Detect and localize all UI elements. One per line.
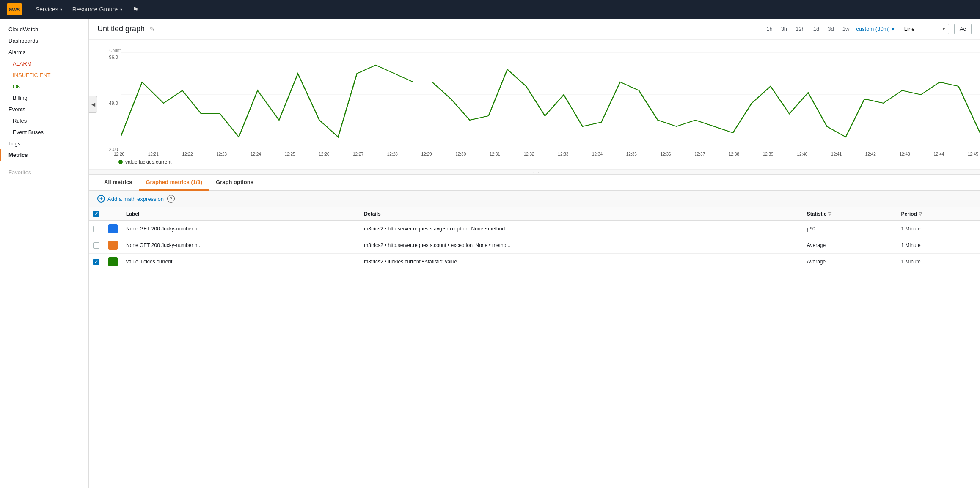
add-math-expression-button[interactable]: + Add a math expression xyxy=(97,195,164,203)
table-row: None GET 200 /lucky-number h...m3trics2 … xyxy=(89,237,980,254)
x-label-24: 12:44 xyxy=(933,152,944,156)
th-details: Details xyxy=(360,207,802,221)
row-label-1: None GET 200 /lucky-number h... xyxy=(122,237,360,254)
time-3d[interactable]: 3d xyxy=(826,25,835,33)
x-label-2: 12:22 xyxy=(182,152,193,156)
tab-all-metrics[interactable]: All metrics xyxy=(97,175,139,191)
sidebar-item-dashboards[interactable]: Dashboards xyxy=(0,35,88,47)
sidebar-item-rules[interactable]: Rules xyxy=(0,115,88,126)
chart-type-wrapper: Line Stacked area Number xyxy=(900,24,949,34)
tab-graph-options[interactable]: Graph options xyxy=(209,175,260,191)
edit-icon[interactable]: ✎ xyxy=(150,26,155,33)
th-period: Period ▽ xyxy=(897,207,980,221)
time-1w[interactable]: 1w xyxy=(841,25,851,33)
x-label-6: 12:26 xyxy=(319,152,329,156)
x-label-19: 12:39 xyxy=(763,152,774,156)
table-area: + Add a math expression ? ✓ Label xyxy=(89,191,980,270)
row-statistic-2: Average xyxy=(803,254,897,270)
row-checkbox-0[interactable] xyxy=(93,226,99,232)
x-label-0: 12:20 xyxy=(114,152,124,156)
x-label-7: 12:27 xyxy=(353,152,363,156)
th-color xyxy=(104,207,122,221)
row-period-0: 1 Minute xyxy=(897,221,980,237)
app-body: CloudWatch Dashboards Alarms ALARM INSUF… xyxy=(0,19,980,488)
time-3h[interactable]: 3h xyxy=(779,25,789,33)
help-icon[interactable]: ? xyxy=(167,195,175,203)
row-color-swatch-2 xyxy=(108,257,118,266)
x-label-14: 12:34 xyxy=(592,152,603,156)
time-1h[interactable]: 1h xyxy=(765,25,774,33)
row-label-0: None GET 200 /lucky-number h... xyxy=(122,221,360,237)
x-label-11: 12:31 xyxy=(490,152,500,156)
y-axis-label: Count xyxy=(109,48,121,53)
time-12h[interactable]: 12h xyxy=(794,25,807,33)
resize-handle[interactable]: · · · xyxy=(89,170,980,175)
sidebar: CloudWatch Dashboards Alarms ALARM INSUF… xyxy=(0,19,89,488)
sidebar-item-ok[interactable]: OK xyxy=(0,81,88,92)
x-label-23: 12:43 xyxy=(900,152,910,156)
legend-color-dot xyxy=(118,160,123,164)
period-sort-icon: ▽ xyxy=(919,211,922,216)
x-label-1: 12:21 xyxy=(148,152,159,156)
x-label-12: 12:32 xyxy=(524,152,534,156)
nav-resource-groups[interactable]: Resource Groups ▾ xyxy=(72,6,123,13)
sidebar-item-event-buses[interactable]: Event Buses xyxy=(0,126,88,138)
x-label-21: 12:41 xyxy=(831,152,842,156)
x-label-15: 12:35 xyxy=(626,152,637,156)
sidebar-favorites: Favorites xyxy=(0,169,88,175)
aws-logo: aws xyxy=(7,3,22,15)
custom-time-dropdown[interactable]: custom (30m) ▾ xyxy=(856,26,894,32)
row-period-2: 1 Minute xyxy=(897,254,980,270)
chart-svg xyxy=(121,48,980,145)
sidebar-item-logs[interactable]: Logs xyxy=(0,138,88,149)
chart-svg-container xyxy=(121,48,980,152)
tabs-row: All metrics Graphed metrics (1/3) Graph … xyxy=(89,175,980,191)
row-label-2: value luckies.current xyxy=(122,254,360,270)
sidebar-item-alarm[interactable]: ALARM xyxy=(0,58,88,69)
row-checkbox-2[interactable]: ✓ xyxy=(93,259,99,265)
custom-time-chevron-icon: ▾ xyxy=(892,26,895,32)
x-axis-labels: 12:20 12:21 12:22 12:23 12:24 12:25 12:2… xyxy=(112,152,980,156)
row-details-2: m3trics2 • luckies.current • statistic: … xyxy=(360,254,802,270)
x-label-17: 12:37 xyxy=(694,152,705,156)
header-checkbox[interactable]: ✓ xyxy=(93,211,99,217)
x-label-9: 12:29 xyxy=(421,152,432,156)
sidebar-item-metrics[interactable]: Metrics xyxy=(0,149,88,161)
graph-header-right: 1h 3h 12h 1d 3d 1w custom (30m) ▾ Line S… xyxy=(765,24,972,34)
add-expression-label: Add a math expression xyxy=(107,196,164,202)
tab-graphed-metrics[interactable]: Graphed metrics (1/3) xyxy=(139,175,209,191)
aws-logo-box: aws xyxy=(7,3,22,15)
x-label-18: 12:38 xyxy=(729,152,739,156)
graph-title: Untitled graph xyxy=(97,25,145,33)
sidebar-item-alarms[interactable]: Alarms xyxy=(0,47,88,58)
top-nav: aws Services ▾ Resource Groups ▾ ⚑ xyxy=(0,0,980,19)
x-label-4: 12:24 xyxy=(251,152,261,156)
time-1d[interactable]: 1d xyxy=(812,25,821,33)
sidebar-item-billing[interactable]: Billing xyxy=(0,92,88,104)
sidebar-item-events[interactable]: Events xyxy=(0,104,88,115)
action-button[interactable]: Ac xyxy=(954,24,972,34)
tabs-area: All metrics Graphed metrics (1/3) Graph … xyxy=(89,175,980,191)
y-axis: 96.0 49.0 2.00 xyxy=(99,55,121,152)
x-label-3: 12:23 xyxy=(216,152,227,156)
services-chevron-icon: ▾ xyxy=(60,7,62,12)
th-label: Label xyxy=(122,207,360,221)
graph-collapse-button[interactable]: ◀ xyxy=(89,96,97,113)
sidebar-item-cloudwatch[interactable]: CloudWatch xyxy=(0,24,88,35)
row-details-1: m3trics2 • http.server.requests.count • … xyxy=(360,237,802,254)
th-statistic: Statistic ▽ xyxy=(803,207,897,221)
chart-legend: value luckies.current xyxy=(118,159,980,165)
row-checkbox-1[interactable] xyxy=(93,242,99,249)
graph-area: ◀ Count 96.0 49.0 2.00 xyxy=(89,40,980,170)
x-label-25: 12:45 xyxy=(968,152,978,156)
nav-services[interactable]: Services ▾ xyxy=(36,6,62,13)
row-details-0: m3trics2 • http.server.requests.avg • ex… xyxy=(360,221,802,237)
resource-groups-chevron-icon: ▾ xyxy=(120,7,122,12)
x-label-5: 12:25 xyxy=(285,152,295,156)
nav-bookmarks[interactable]: ⚑ xyxy=(132,5,138,14)
row-statistic-1: Average xyxy=(803,237,897,254)
chart-type-select[interactable]: Line Stacked area Number xyxy=(900,24,949,34)
sidebar-item-insufficient[interactable]: INSUFFICIENT xyxy=(0,69,88,81)
statistic-sort-icon: ▽ xyxy=(828,211,831,216)
row-statistic-0: p90 xyxy=(803,221,897,237)
